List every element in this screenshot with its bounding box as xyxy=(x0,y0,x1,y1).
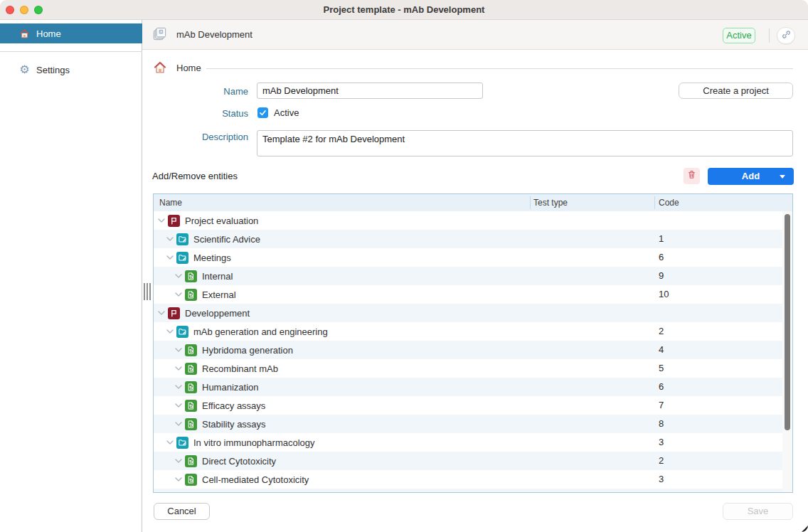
trash-icon xyxy=(686,169,697,183)
table-row[interactable]: Efficacy assays 7 xyxy=(154,396,782,415)
entity-name: Scientific Advice xyxy=(193,234,260,245)
entity-name: Efficacy assays xyxy=(202,400,265,411)
entity-name: Hybridoma generation xyxy=(202,345,293,356)
entity-code: 10 xyxy=(659,285,669,304)
entity-code: 7 xyxy=(659,396,664,415)
entity-name: Internal xyxy=(202,271,233,282)
document-search-icon xyxy=(185,363,197,375)
entity-code: 6 xyxy=(659,378,664,396)
table-row[interactable]: Meetings 6 xyxy=(154,248,782,267)
entity-name: External xyxy=(202,289,236,300)
entity-name: In vitro immunopharmacology xyxy=(193,437,315,448)
table-row[interactable]: mAb generation and engineering 2 xyxy=(154,322,782,341)
chevron-down-icon[interactable] xyxy=(175,366,182,371)
column-divider xyxy=(654,196,655,209)
window-resize-grip[interactable] xyxy=(802,526,808,532)
entity-code: 3 xyxy=(659,470,664,489)
save-button[interactable]: Save xyxy=(723,503,793,520)
chevron-down-icon[interactable] xyxy=(175,422,182,426)
section-title: Home xyxy=(176,60,201,76)
name-label: Name xyxy=(152,86,248,97)
status-checkbox[interactable] xyxy=(257,107,268,118)
document-search-icon xyxy=(185,474,197,486)
chevron-down-icon[interactable] xyxy=(166,255,174,260)
table-row[interactable]: Internal 9 xyxy=(154,267,782,285)
table-row[interactable]: Developpement xyxy=(154,304,782,322)
folder-edit-icon xyxy=(176,233,188,245)
create-project-button[interactable]: Create a project xyxy=(679,83,793,99)
table-row[interactable] xyxy=(154,489,782,493)
chevron-down-icon[interactable] xyxy=(175,459,182,463)
status-checkbox-label: Active xyxy=(274,107,299,118)
entity-code: 1 xyxy=(659,230,664,248)
description-label: Description xyxy=(152,132,248,142)
entities-section-label: Add/Remove entities xyxy=(152,171,238,181)
page-title: mAb Development xyxy=(176,20,253,50)
document-search-icon xyxy=(185,400,197,412)
sidebar-divider xyxy=(0,51,142,52)
table-row[interactable]: Cell-mediated Cytotoxicity 3 xyxy=(154,470,782,489)
scrollbar-thumb[interactable] xyxy=(785,214,790,430)
sidebar-item-label: Home xyxy=(36,28,61,39)
gear-icon: ⚙ xyxy=(18,64,31,76)
column-header-name[interactable]: Name xyxy=(159,194,182,211)
app-window: Project template - mAb Development Home … xyxy=(0,0,808,532)
chevron-down-icon[interactable] xyxy=(175,292,182,297)
section-rule xyxy=(206,68,793,69)
table-row[interactable]: Direct Cytotoxicity 2 xyxy=(154,452,782,470)
chevron-down-icon[interactable] xyxy=(166,440,174,445)
window-title: Project template - mAb Development xyxy=(0,0,808,20)
entities-table: Name Test type Code Project evaluation xyxy=(153,193,793,493)
document-search-icon xyxy=(185,344,197,356)
column-header-test-type[interactable]: Test type xyxy=(533,194,568,211)
entity-name: Cell-mediated Cytotoxicity xyxy=(202,474,309,485)
entity-code: 2 xyxy=(659,452,664,470)
template-stack-icon: a xyxy=(152,26,168,46)
name-input[interactable] xyxy=(257,83,483,99)
document-search-icon xyxy=(185,270,197,282)
chevron-down-icon[interactable] xyxy=(166,329,174,334)
document-search-icon xyxy=(185,289,197,301)
chevron-down-icon[interactable] xyxy=(175,477,182,482)
chevron-down-icon[interactable] xyxy=(175,274,182,278)
table-body: Project evaluation Scientific Advice 1 xyxy=(154,211,782,493)
copy-link-button[interactable] xyxy=(777,27,795,44)
entity-code: 5 xyxy=(659,359,664,378)
delete-entity-button[interactable] xyxy=(684,168,700,184)
entity-code: 6 xyxy=(659,248,664,267)
sidebar-item-settings[interactable]: ⚙ Settings xyxy=(0,60,142,80)
table-row[interactable]: Recombinant mAb 5 xyxy=(154,359,782,378)
column-header-code[interactable]: Code xyxy=(659,194,679,211)
table-row[interactable]: Project evaluation xyxy=(154,211,782,230)
table-row[interactable]: In vitro immunopharmacology 3 xyxy=(154,433,782,452)
sidebar-item-label: Settings xyxy=(36,65,70,75)
chevron-down-icon[interactable] xyxy=(158,311,165,315)
chevron-down-icon[interactable] xyxy=(175,403,182,408)
document-search-icon xyxy=(185,381,197,393)
link-icon xyxy=(781,29,792,43)
chevron-down-icon[interactable] xyxy=(175,385,182,389)
titlebar: Project template - mAb Development xyxy=(0,0,808,20)
sidebar-item-home[interactable]: Home xyxy=(0,23,142,43)
chevron-down-icon[interactable] xyxy=(175,348,182,352)
table-row[interactable]: External 10 xyxy=(154,285,782,304)
flag-icon xyxy=(168,215,180,227)
chevron-down-icon[interactable] xyxy=(158,218,165,223)
table-row[interactable]: Scientific Advice 1 xyxy=(154,230,782,248)
chevron-down-icon[interactable] xyxy=(166,237,174,241)
folder-edit-icon xyxy=(176,252,188,264)
table-header: Name Test type Code xyxy=(154,194,792,211)
add-entity-button[interactable]: Add xyxy=(708,168,794,185)
home-section-icon xyxy=(152,60,168,78)
cancel-button[interactable]: Cancel xyxy=(154,503,210,520)
table-row[interactable]: Hybridoma generation 4 xyxy=(154,341,782,359)
entity-code: 2 xyxy=(659,322,664,341)
svg-text:a: a xyxy=(160,29,162,33)
main-header: a mAb Development Active xyxy=(142,20,808,50)
status-badge: Active xyxy=(723,28,755,43)
table-row[interactable]: Humanization 6 xyxy=(154,378,782,396)
sidebar-splitter-handle[interactable] xyxy=(144,283,151,300)
table-row[interactable]: Stability assays 8 xyxy=(154,415,782,433)
document-search-icon xyxy=(185,455,197,467)
description-textarea[interactable]: Template #2 for mAb Development xyxy=(257,130,793,156)
